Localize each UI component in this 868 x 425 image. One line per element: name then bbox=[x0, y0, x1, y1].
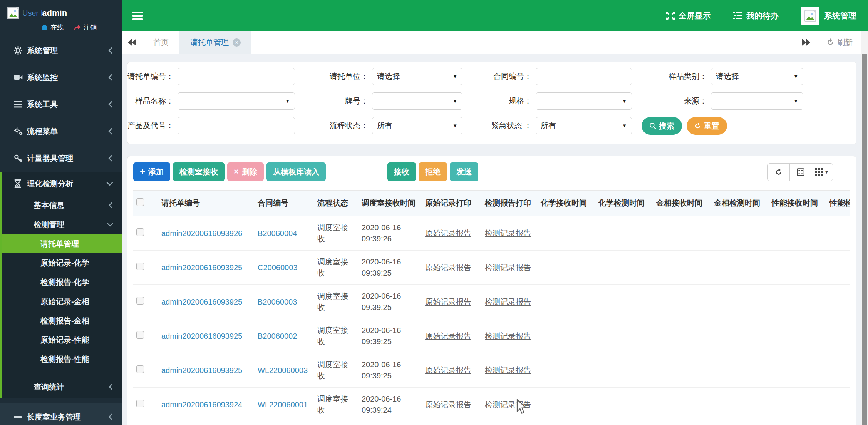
sidebar-item-query-stats[interactable]: 查询统计 bbox=[2, 376, 122, 398]
original-record-link[interactable]: 原始记录报告 bbox=[425, 229, 471, 238]
original-record-link[interactable]: 原始记录报告 bbox=[425, 263, 471, 272]
minus-icon bbox=[14, 416, 27, 418]
source-select[interactable]: ▼ bbox=[711, 92, 803, 110]
fullscreen-icon bbox=[666, 12, 675, 20]
menu-icon[interactable] bbox=[132, 12, 143, 20]
original-record-link[interactable]: 原始记录报告 bbox=[425, 400, 471, 409]
sidebar-item-report-metallo[interactable]: 检测报告-金相 bbox=[2, 311, 122, 330]
field-label: 合同编号： bbox=[486, 71, 536, 82]
test-report-link[interactable]: 检测记录报告 bbox=[485, 298, 531, 306]
table-row: admin20200616093924 WL220060002 调度室接收 20… bbox=[133, 422, 850, 425]
status-cell: 调度室接收 bbox=[314, 353, 359, 388]
contract-no-link[interactable]: C20060003 bbox=[258, 263, 297, 272]
add-button[interactable]: +添加 bbox=[133, 162, 170, 181]
vertical-scrollbar[interactable] bbox=[861, 31, 868, 425]
product-code-input[interactable] bbox=[178, 117, 295, 134]
sidebar-item-physchem-analysis[interactable]: 理化检测分析 bbox=[2, 172, 122, 196]
delete-button[interactable]: ×删除 bbox=[227, 162, 264, 181]
sample-category-select[interactable]: 请选择▼ bbox=[711, 68, 803, 85]
order-no-link[interactable]: admin20200616093924 bbox=[161, 400, 242, 409]
contract-no-link[interactable]: B20060004 bbox=[258, 229, 297, 238]
col-header: 化学接收时间 bbox=[538, 191, 595, 216]
order-no-link[interactable]: admin20200616093925 bbox=[161, 332, 242, 340]
tab-back-icon[interactable] bbox=[122, 31, 142, 54]
my-todo-button[interactable]: 我的待办 bbox=[733, 10, 779, 21]
search-button[interactable]: 搜索 bbox=[642, 117, 682, 135]
test-report-link[interactable]: 检测记录报告 bbox=[485, 366, 531, 375]
original-record-link[interactable]: 原始记录报告 bbox=[425, 298, 471, 306]
sidebar-item-process-menu[interactable]: 流程菜单 bbox=[0, 118, 122, 145]
reject-button[interactable]: 拒绝 bbox=[419, 162, 447, 181]
spec-select[interactable]: ▼ bbox=[536, 92, 632, 110]
sidebar-item-report-perf[interactable]: 检测报告-性能 bbox=[2, 350, 122, 369]
contract-no-link[interactable]: B20060003 bbox=[258, 298, 297, 306]
lab-receive-button[interactable]: 检测室接收 bbox=[173, 162, 225, 181]
sidebar-item-measuring-instruments[interactable]: 计量器具管理 bbox=[0, 145, 122, 172]
status-cell: 调度室接收 bbox=[314, 285, 359, 319]
order-no-link[interactable]: admin20200616093925 bbox=[161, 263, 242, 272]
sidebar-item-original-record-chem[interactable]: 原始记录-化学 bbox=[2, 253, 122, 273]
urgency-status-select[interactable]: 所有▼ bbox=[536, 117, 632, 134]
refresh-button[interactable]: 刷新 bbox=[826, 37, 853, 48]
select-all-checkbox[interactable] bbox=[136, 198, 144, 206]
row-checkbox[interactable] bbox=[136, 297, 144, 305]
fullscreen-button[interactable]: 全屏显示 bbox=[666, 10, 711, 21]
order-no-link[interactable]: admin20200616093926 bbox=[161, 229, 242, 238]
sample-name-select[interactable]: ▼ bbox=[178, 92, 295, 110]
row-checkbox[interactable] bbox=[136, 228, 144, 236]
order-no-link[interactable]: admin20200616093925 bbox=[161, 298, 242, 306]
sidebar-item-basic-info[interactable]: 基本信息 bbox=[2, 196, 122, 215]
row-checkbox[interactable] bbox=[136, 400, 144, 407]
test-report-link[interactable]: 检测记录报告 bbox=[485, 332, 531, 340]
table-header-row: 请托单编号 合同编号 流程状态 调度室接收时间 原始记录打印 检测报告打印 化学… bbox=[133, 191, 850, 216]
test-report-link[interactable]: 检测记录报告 bbox=[485, 400, 531, 409]
from-template-button[interactable]: 从模板库读入 bbox=[266, 162, 326, 181]
test-report-link[interactable]: 检测记录报告 bbox=[485, 263, 531, 272]
gear-icon bbox=[14, 46, 27, 55]
row-checkbox[interactable] bbox=[136, 365, 144, 373]
process-status-select[interactable]: 所有▼ bbox=[372, 117, 462, 134]
columns-button[interactable]: ▼ bbox=[811, 164, 833, 181]
sidebar-item-detection-mgmt[interactable]: 检测管理 bbox=[2, 215, 122, 234]
detail-view-button[interactable] bbox=[789, 164, 811, 181]
request-unit-select[interactable]: 请选择▼ bbox=[372, 68, 462, 85]
chevron-left-icon bbox=[108, 128, 113, 135]
test-report-link[interactable]: 检测记录报告 bbox=[485, 229, 531, 238]
send-button[interactable]: 发送 bbox=[450, 162, 478, 181]
reset-button-label: 重置 bbox=[704, 121, 719, 131]
contract-no-link[interactable]: WL220060003 bbox=[258, 366, 308, 375]
scrollbar-thumb[interactable] bbox=[862, 54, 867, 425]
sidebar-item-report-chem[interactable]: 检测报告-化学 bbox=[2, 273, 122, 292]
tab-request-orders[interactable]: 请托单管理 × bbox=[179, 31, 251, 54]
status-cell: 调度室接收 bbox=[314, 251, 359, 285]
plus-icon: + bbox=[140, 167, 145, 176]
order-no-link[interactable]: admin20200616093925 bbox=[161, 366, 242, 375]
receive-button[interactable]: 接收 bbox=[387, 162, 416, 181]
row-checkbox[interactable] bbox=[136, 331, 144, 339]
sidebar-item-length-room[interactable]: 长度室业务管理 bbox=[0, 403, 122, 425]
sidebar-item-system-mgmt[interactable]: 系统管理 bbox=[0, 37, 122, 64]
original-record-link[interactable]: 原始记录报告 bbox=[425, 366, 471, 375]
close-icon[interactable]: × bbox=[233, 38, 241, 47]
contract-no-link[interactable]: WL220060001 bbox=[258, 400, 308, 409]
logout-link[interactable]: 注销 bbox=[74, 23, 97, 32]
fullscreen-label: 全屏显示 bbox=[679, 10, 711, 21]
sidebar-item-system-monitor[interactable]: 系统监控 bbox=[0, 64, 122, 91]
order-no-input[interactable] bbox=[178, 68, 295, 85]
contract-no-input[interactable] bbox=[536, 68, 632, 85]
tab-home[interactable]: 首页 bbox=[142, 31, 179, 54]
sidebar-item-original-record-perf[interactable]: 原始记录-性能 bbox=[2, 330, 122, 350]
sidebar-item-original-record-metallo[interactable]: 原始记录-金相 bbox=[2, 292, 122, 311]
original-record-link[interactable]: 原始记录报告 bbox=[425, 332, 471, 340]
sidebar-item-request-orders[interactable]: 请托单管理 bbox=[2, 234, 122, 253]
row-checkbox[interactable] bbox=[136, 263, 144, 270]
refresh-label: 刷新 bbox=[837, 37, 853, 48]
tab-forward-icon[interactable] bbox=[796, 39, 816, 46]
admin-menu[interactable]: 系统管理 bbox=[801, 7, 856, 25]
reset-button[interactable]: 重置 bbox=[687, 117, 727, 135]
contract-no-link[interactable]: B20060002 bbox=[258, 332, 297, 340]
brand-select[interactable]: ▼ bbox=[372, 92, 462, 110]
sidebar-item-system-tools[interactable]: 系统工具 bbox=[0, 91, 122, 118]
table-refresh-button[interactable] bbox=[768, 164, 789, 181]
field-label: 紧急状态 ： bbox=[486, 120, 536, 131]
